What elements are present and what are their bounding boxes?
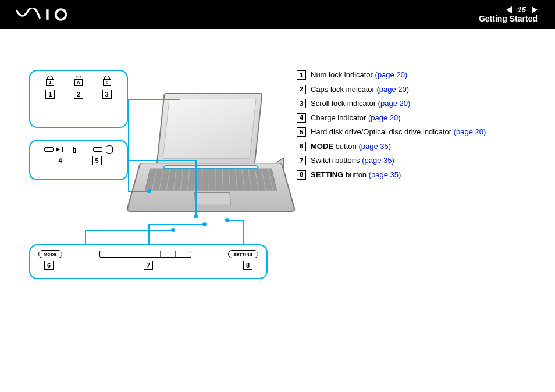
callout-panel-indicators-mid: 4 5: [29, 140, 128, 180]
leader-dot: [194, 214, 198, 218]
laptop-screen: [156, 93, 262, 166]
leader-line: [128, 99, 129, 192]
legend-text: Num lock indicator (page 20): [311, 70, 407, 80]
callout-number: 3: [102, 90, 112, 99]
page-link[interactable]: (page 20): [376, 85, 409, 94]
callout-number: 2: [74, 90, 83, 99]
mode-button-graphic: MODE: [38, 250, 62, 258]
disk-icon: [106, 145, 113, 154]
callout-panel-buttons: MODE SETTING 6 7 8: [29, 244, 268, 279]
prev-page-icon[interactable]: [506, 6, 512, 13]
legend-number: 2: [297, 85, 306, 94]
legend-item: 8 SETTING button (page 35): [297, 170, 532, 180]
legend-number: 1: [297, 70, 306, 80]
callout-number: 4: [56, 156, 65, 165]
legend-number: 4: [297, 113, 306, 123]
legend-item: 7 Switch buttons (page 35): [297, 155, 532, 166]
leader-line: [85, 230, 86, 244]
switch-buttons-graphic: [99, 251, 191, 258]
page-link[interactable]: (page 35): [358, 142, 391, 151]
leader-line: [128, 191, 148, 192]
laptop-illustration: [140, 93, 282, 233]
section-title: Getting Started: [479, 14, 538, 24]
leader-line: [128, 99, 180, 100]
legend-item: 3 Scroll lock indicator (page 20): [297, 98, 532, 109]
page-link[interactable]: (page 20): [454, 127, 486, 136]
callout-number: 8: [243, 261, 252, 270]
callout-number: 7: [144, 261, 153, 270]
legend-number: 6: [297, 142, 306, 151]
page-nav: 15: [479, 5, 538, 15]
vaio-logo-svg: [13, 8, 77, 21]
drive-led-icon: [93, 147, 102, 152]
page-link[interactable]: (page 20): [368, 113, 401, 122]
legend-text: SETTING button (page 35): [311, 170, 401, 180]
leader-line: [227, 220, 244, 221]
leader-line: [148, 224, 204, 225]
legend-item: 2 Caps lock indicator (page 20): [297, 84, 532, 95]
header-right: 15 Getting Started: [479, 5, 538, 24]
page-number: 15: [518, 5, 526, 15]
callout-panel-indicators-top: 1 A ↕ 1 2 3: [29, 70, 128, 128]
leader-dot: [225, 218, 229, 222]
leader-line: [85, 230, 172, 231]
legend-text: Charge indicator (page 20): [311, 113, 401, 123]
vaio-logo: [13, 8, 77, 21]
leader-dot: [171, 228, 175, 232]
legend-text: Caps lock indicator (page 20): [311, 84, 409, 95]
callout-number: 6: [44, 261, 54, 270]
legend-text: Switch buttons (page 35): [311, 155, 394, 166]
legend-number: 8: [297, 170, 306, 180]
page-link[interactable]: (page 20): [375, 70, 408, 79]
legend-number: 3: [297, 99, 306, 108]
charge-led-icon: [44, 147, 54, 152]
legend-text: Hard disk drive/Optical disc drive indic…: [311, 127, 486, 137]
legend-list: 1 Num lock indicator (page 20) 2 Caps lo…: [297, 70, 555, 314]
callout-number: 5: [92, 156, 102, 165]
legend-item: 1 Num lock indicator (page 20): [297, 70, 532, 80]
leader-line: [243, 220, 244, 244]
laptop-touchpad: [194, 192, 231, 205]
page-link[interactable]: (page 35): [369, 170, 401, 179]
page-content: 1 A ↕ 1 2 3: [0, 29, 555, 314]
leader-line: [195, 160, 197, 215]
leader-line: [148, 224, 150, 244]
page-header: 15 Getting Started: [0, 0, 555, 29]
svg-point-1: [56, 9, 66, 20]
legend-item: 4 Charge indicator (page 20): [297, 113, 532, 123]
legend-item: 6 MODE button (page 35): [297, 141, 532, 152]
page-link[interactable]: (page 35): [362, 156, 394, 165]
arrow-right-icon: [56, 147, 60, 152]
battery-icon: [62, 147, 74, 152]
legend-text: Scroll lock indicator (page 20): [311, 98, 410, 109]
legend-text: MODE button (page 35): [311, 141, 391, 152]
product-diagram: 1 A ↕ 1 2 3: [29, 70, 297, 314]
laptop-keyboard: [145, 169, 278, 191]
legend-item: 5 Hard disk drive/Optical disc drive ind…: [297, 127, 532, 137]
leader-dot: [147, 189, 151, 193]
scrolllock-icon: ↕: [102, 76, 112, 86]
setting-button-graphic: SETTING: [228, 250, 258, 258]
leader-dot: [202, 222, 207, 226]
laptop-base: [126, 163, 296, 212]
svg-rect-0: [46, 9, 48, 20]
legend-number: 5: [297, 127, 306, 137]
capslock-icon: A: [73, 76, 84, 86]
legend-number: 7: [297, 156, 306, 165]
page-link[interactable]: (page 20): [378, 99, 411, 108]
next-page-icon[interactable]: [532, 6, 538, 13]
leader-line: [128, 160, 197, 161]
callout-number: 1: [45, 90, 55, 99]
numlock-icon: 1: [45, 76, 55, 86]
